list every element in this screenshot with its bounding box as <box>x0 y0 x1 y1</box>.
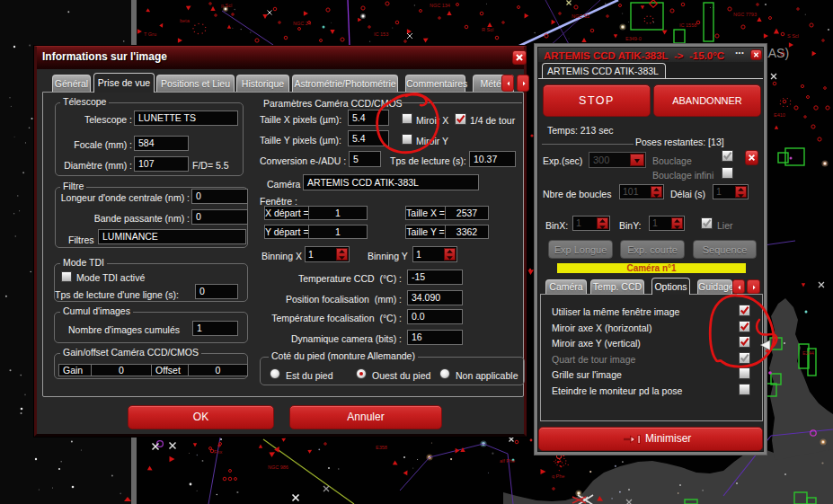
svg-text:IC 153: IC 153 <box>374 31 388 37</box>
svg-text:E349-0: E349-0 <box>625 36 642 41</box>
svg-text:NGC 986: NGC 986 <box>268 464 288 470</box>
svg-text:NGC 7793: NGC 7793 <box>733 12 757 17</box>
svg-text:T Gru: T Gru <box>144 31 156 37</box>
svg-text:NGC 55: NGC 55 <box>572 13 589 19</box>
svg-text:S Scl: S Scl <box>787 33 799 39</box>
svg-text:IC 1558: IC 1558 <box>679 22 696 28</box>
svg-text:NGC 24: NGC 24 <box>293 21 311 26</box>
svg-text:Fnx: Fnx <box>214 449 222 455</box>
svg-text:E358: E358 <box>376 445 387 450</box>
svg-text:E410: E410 <box>774 112 785 118</box>
svg-text:R Scl: R Scl <box>482 27 493 32</box>
svg-text:beta: beta <box>180 18 191 23</box>
svg-text:E244: E244 <box>802 350 814 356</box>
svg-text:q Phe: q Phe <box>552 473 564 479</box>
svg-text:alf Phe: alf Phe <box>500 458 515 464</box>
svg-text:NGC 134: NGC 134 <box>430 3 450 8</box>
svg-text:p Scl: p Scl <box>221 3 232 8</box>
